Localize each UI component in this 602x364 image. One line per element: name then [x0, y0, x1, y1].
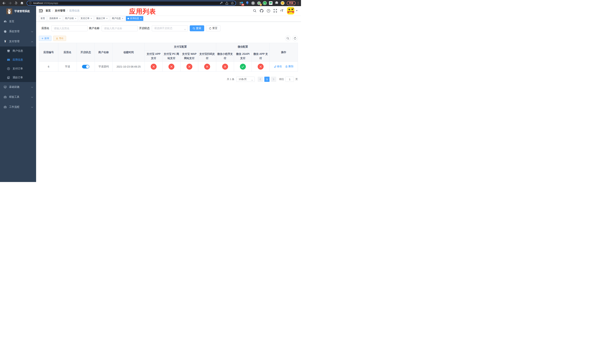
tag-close-icon[interactable]: × [106, 17, 108, 20]
page-size-select[interactable]: 10条/页 [236, 77, 255, 82]
share-icon[interactable] [226, 2, 228, 5]
merchant-name-input[interactable] [102, 25, 138, 31]
ext-smiley-icon[interactable] [281, 1, 285, 5]
browser-forward-button[interactable] [7, 0, 13, 6]
tag-refund-order[interactable]: 退款订单× [95, 16, 109, 21]
rabbit-logo-icon [6, 8, 12, 14]
sidebar-item-workflow[interactable]: 工作流程 [0, 102, 36, 112]
help-doc-button[interactable]: ? [265, 9, 272, 13]
sidebar-item-dev-tools[interactable]: 研发工具 [0, 92, 36, 102]
alipay-pc-status-icon [168, 64, 174, 70]
tag-close-icon[interactable]: × [122, 17, 123, 20]
chevron-up-icon [31, 40, 33, 43]
sidebar-item-label: 工作流程 [9, 105, 31, 109]
header-search-button[interactable] [251, 9, 258, 12]
breadcrumb-home[interactable]: 首页 [45, 9, 51, 12]
page-unit-label: 页 [295, 78, 298, 81]
refresh-table-button[interactable] [292, 36, 298, 41]
browser-reload-button[interactable] [13, 0, 19, 6]
address-bar[interactable]: i localhost:1024/pay/app [27, 1, 236, 6]
refresh-icon [209, 27, 211, 30]
sidebar-item-refund-order[interactable]: 退款订单 [0, 73, 36, 82]
logo-image [6, 8, 12, 14]
sidebar-item-label: 基础设施 [9, 85, 31, 89]
ext-pieces-icon[interactable]: 10 [239, 1, 243, 5]
sidebar-item-merchant-info[interactable]: 商户信息 [0, 46, 36, 55]
field-label-merchant-name: 商户名称 [89, 27, 102, 30]
ext-chat-icon[interactable] [269, 1, 273, 5]
add-button[interactable]: 新增 [39, 36, 52, 41]
svg-text:¥: ¥ [8, 68, 9, 70]
ext-balloon-icon[interactable] [245, 1, 249, 5]
user-avatar[interactable] [287, 7, 294, 14]
status-select[interactable]: 请选择开启状态 [152, 25, 188, 31]
font-size-button[interactable]: TT [279, 9, 285, 13]
col-header-id: 应用编号 [39, 43, 58, 62]
tag-app-info[interactable]: 应用信息× [126, 16, 143, 21]
tag-close-icon[interactable]: × [91, 17, 92, 20]
sidebar-item-system[interactable]: 系统管理 [0, 26, 36, 36]
active-dot [128, 18, 129, 19]
bookmark-star-icon[interactable] [231, 2, 234, 5]
ext-y-icon[interactable]: y [263, 1, 267, 5]
search-button[interactable]: 搜索 [190, 25, 204, 31]
sidebar-item-app-info[interactable]: 应用信息 [0, 55, 36, 64]
sidebar-item-payment[interactable]: ¥ 支付管理 [0, 36, 36, 46]
next-page-button[interactable] [271, 77, 276, 82]
browser-update-button[interactable]: 更新 [287, 1, 296, 5]
tag-close-icon[interactable]: × [59, 17, 61, 20]
breadcrumb-current: 应用信息 [69, 9, 80, 12]
sidebar-item-label: 研发工具 [9, 95, 31, 99]
tag-home[interactable]: 首页 [39, 16, 47, 21]
tag-process-form[interactable]: 流程表单× [48, 16, 62, 21]
prev-page-button[interactable] [258, 77, 263, 82]
trash-icon [285, 65, 288, 68]
github-icon [260, 9, 263, 13]
breadcrumb-section[interactable]: 支付管理 [55, 9, 65, 12]
sidebar-item-home[interactable]: 首页 [0, 16, 36, 26]
browser-back-button[interactable] [1, 0, 7, 6]
col-header-wechat-mini: 微信小程序支付 [216, 51, 234, 62]
sidebar-logo[interactable]: 芋道管理系统 [0, 6, 36, 16]
tag-close-icon[interactable]: × [140, 17, 142, 20]
fullscreen-button[interactable] [272, 9, 279, 12]
cell-created: 2021-10-23 08:49:25 [113, 62, 145, 72]
fullscreen-icon [274, 9, 277, 12]
goto-page-input[interactable] [285, 77, 294, 82]
app-name-input[interactable] [52, 25, 87, 31]
cell-app-name: 芋道 [58, 62, 77, 72]
status-toggle[interactable] [82, 65, 89, 68]
reset-button[interactable]: 重置 [206, 25, 220, 31]
edit-link[interactable]: 修改 [274, 65, 282, 68]
export-button[interactable]: 导出 [53, 36, 66, 41]
ext-recorder-icon[interactable]: 1 [257, 1, 261, 5]
url-text: localhost:1024/pay/app [33, 2, 220, 4]
field-label-status: 开启状态 [139, 27, 152, 30]
sidebar-item-infrastructure[interactable]: 基础设施 [0, 82, 36, 92]
svg-text:y: y [264, 2, 266, 4]
delete-link[interactable]: 删除 [285, 65, 293, 68]
chevron-down-icon [184, 28, 186, 31]
ext-command-icon[interactable]: ⌘ [251, 1, 255, 5]
tag-user-group[interactable]: 用户分组× [63, 16, 78, 21]
sidebar-item-pay-order[interactable]: ¥ 支付订单 [0, 64, 36, 73]
tag-merchant-info[interactable]: 商户信息× [110, 16, 125, 21]
field-label-app-name: 应用名 [42, 27, 52, 30]
yen-icon: ¥ [4, 40, 7, 43]
ext-puzzle-icon[interactable] [275, 1, 279, 5]
password-key-icon[interactable] [220, 2, 223, 5]
browser-home-button[interactable] [19, 0, 24, 6]
tag-pay-order[interactable]: 支付订单× [79, 16, 94, 21]
page-number-1[interactable]: 1 [264, 77, 269, 82]
caret-down-icon[interactable] [296, 10, 298, 11]
question-circle-icon: ? [267, 9, 270, 13]
chevron-down-icon [31, 86, 33, 88]
sidebar-fold-button[interactable] [39, 9, 44, 12]
browser-menu-icon[interactable] [296, 2, 299, 4]
smiley-icon [281, 1, 285, 5]
tag-close-icon[interactable]: × [75, 17, 76, 20]
toolbox-icon [4, 96, 7, 98]
site-info-icon[interactable]: i [29, 2, 32, 4]
github-link[interactable] [258, 9, 265, 13]
toggle-search-button[interactable] [285, 36, 291, 41]
